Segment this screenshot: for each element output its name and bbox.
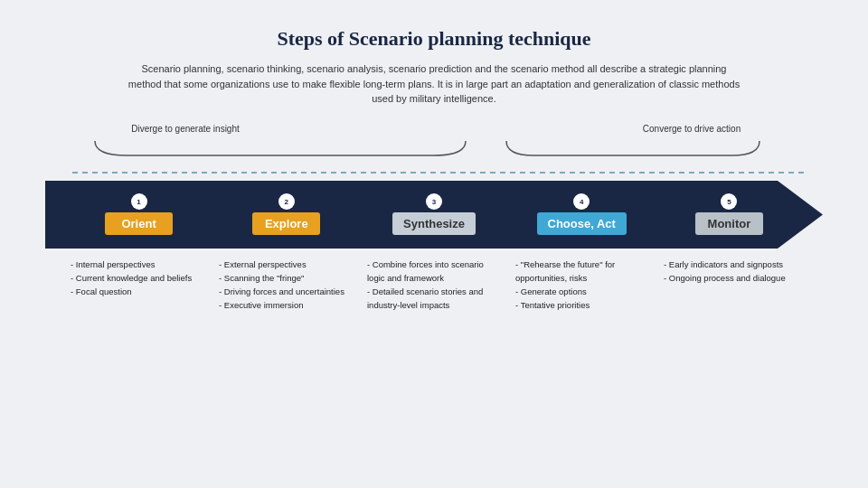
page-title: Steps of Scenario planning technique xyxy=(45,27,823,51)
bullet-item: Internal perspectives xyxy=(71,258,204,271)
bullets-row: Internal perspectives Current knowledge … xyxy=(45,258,823,313)
bullet-item: External perspectives xyxy=(219,258,353,271)
step-1-number: 1 xyxy=(131,193,147,210)
dashed-line-container xyxy=(45,164,823,181)
subtitle-text: Scenario planning, scenario thinking, sc… xyxy=(127,61,741,107)
annotation-left: Diverge to generate insight xyxy=(95,123,276,136)
bullet-item: Driving forces and uncertainties xyxy=(219,285,353,298)
bullet-item: Ongoing process and dialogue xyxy=(664,271,797,285)
step-3-number: 3 xyxy=(426,193,442,210)
bullet-item: "Rehearse the future" for opportunities,… xyxy=(515,258,649,285)
step-1-label: Orient xyxy=(105,212,173,235)
bullets-orient: Internal perspectives Current knowledge … xyxy=(63,258,212,313)
bullets-explore: External perspectives Scanning the "frin… xyxy=(212,258,360,313)
steps-overlay: 1 Orient 2 Explore 3 Synthesize 4 Choose… xyxy=(45,181,823,249)
bullet-item: Focal question xyxy=(71,285,204,298)
step-5-number: 5 xyxy=(721,193,737,210)
bullets-synthesize: Combine forces into scenario logic and f… xyxy=(360,258,508,313)
arrow-steps-wrapper: 1 Orient 2 Explore 3 Synthesize 4 Choose… xyxy=(45,181,823,249)
bullet-item: Tentative priorities xyxy=(515,298,649,312)
step-orient: 1 Orient xyxy=(65,193,212,235)
braces-svg xyxy=(45,137,823,163)
bullets-monitor: Early indicators and signposts Ongoing p… xyxy=(656,258,805,313)
step-4-label: Choose, Act xyxy=(537,212,627,235)
bullet-item: Scanning the "fringe" xyxy=(219,271,353,285)
slide: Steps of Scenario planning technique Sce… xyxy=(0,0,868,488)
bullets-choose-act: "Rehearse the future" for opportunities,… xyxy=(508,258,656,313)
step-4-number: 4 xyxy=(573,193,590,210)
step-2-number: 2 xyxy=(278,193,295,210)
step-2-label: Explore xyxy=(252,212,320,235)
step-3-label: Synthesize xyxy=(392,212,476,235)
bullet-item: Early indicators and signposts xyxy=(664,258,797,271)
step-synthesize: 3 Synthesize xyxy=(360,193,507,235)
dashed-line-svg xyxy=(45,164,823,181)
step-explore: 2 Explore xyxy=(212,193,360,235)
bullet-item: Combine forces into scenario logic and f… xyxy=(367,258,501,285)
step-monitor: 5 Monitor xyxy=(656,193,803,235)
braces-container xyxy=(45,137,823,163)
bullet-item: Detailed scenario stories and industry-l… xyxy=(367,285,501,312)
step-choose-act: 4 Choose, Act xyxy=(508,193,656,235)
annotation-right: Converge to drive action xyxy=(610,123,773,136)
diagram-section: Diverge to generate insight Converge to … xyxy=(45,123,823,313)
annotations-area: Diverge to generate insight Converge to … xyxy=(45,123,823,136)
bullet-item: Generate options xyxy=(515,285,649,298)
bullet-item: Executive immersion xyxy=(219,298,353,312)
step-5-label: Monitor xyxy=(695,212,763,235)
bullet-item: Current knowledge and beliefs xyxy=(71,271,204,285)
